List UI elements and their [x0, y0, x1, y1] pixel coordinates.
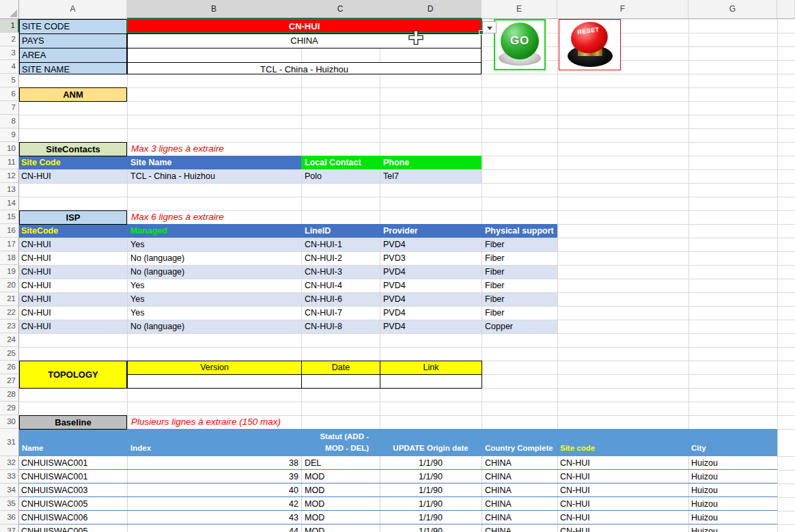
baseline-cell-index[interactable]: 43	[130, 511, 298, 524]
cell-pays-label[interactable]: PAYS	[20, 34, 126, 48]
baseline-cell-index[interactable]: 38	[130, 456, 298, 470]
row-header-4[interactable]: 4	[0, 60, 19, 74]
row-header-12[interactable]: 12	[0, 169, 19, 183]
row-header-13[interactable]: 13	[0, 183, 19, 197]
isp-cell-sitecode[interactable]: CN-HUI	[21, 320, 124, 333]
baseline-cell-index[interactable]: 40	[130, 484, 298, 497]
column-header-partial[interactable]	[777, 0, 795, 19]
row-header-15[interactable]: 15	[0, 210, 19, 224]
baseline-cell-name[interactable]: CNHUISWAC005	[21, 524, 124, 532]
sitecontacts-cell-sitename[interactable]: TCL - China - Huizhou	[130, 169, 300, 183]
baseline-cell-index[interactable]: 42	[130, 497, 298, 511]
cell-anm-label[interactable]: ANM	[19, 87, 127, 102]
row-header-23[interactable]: 23	[0, 320, 19, 333]
isp-cell-sitecode[interactable]: CN-HUI	[21, 265, 124, 279]
baseline-header-city[interactable]: City	[691, 441, 776, 455]
baseline-header-country-complete[interactable]: Country Complete	[485, 441, 556, 455]
row-header-7[interactable]: 7	[0, 101, 19, 115]
baseline-cell-date[interactable]: 1/1/90	[380, 497, 482, 511]
isp-cell-physical-support[interactable]: Fiber	[485, 265, 556, 279]
isp-cell-managed[interactable]: No (language)	[130, 320, 298, 333]
cell-site-name-value[interactable]: TCL - China - Huizhou	[128, 63, 481, 76]
isp-cell-provider[interactable]: PVD4	[383, 306, 479, 320]
select-all-corner[interactable]	[0, 0, 19, 19]
column-header-g[interactable]: G	[688, 0, 777, 19]
row-header-29[interactable]: 29	[0, 402, 19, 415]
isp-cell-sitecode[interactable]: CN-HUI	[21, 238, 124, 251]
isp-cell-lineid[interactable]: CN-HUI-8	[305, 320, 378, 333]
row-header-20[interactable]: 20	[0, 279, 19, 292]
isp-header-sitecode[interactable]: SiteCode	[21, 224, 124, 238]
cell-topology-date-value[interactable]	[301, 374, 380, 389]
isp-cell-managed[interactable]: No (language)	[130, 265, 298, 279]
row-header-28[interactable]: 28	[0, 388, 19, 402]
sitecontacts-header-sitecode[interactable]: Site Code	[21, 156, 124, 169]
isp-cell-lineid[interactable]: CN-HUI-3	[305, 265, 378, 279]
baseline-header-update-origin-date[interactable]: UPDATE Origin date	[380, 441, 482, 455]
cell-topology-label[interactable]: TOPOLOGY	[19, 361, 127, 389]
go-button-image[interactable]: GO	[494, 19, 546, 70]
row-header-16[interactable]: 16	[0, 224, 19, 238]
row-header-17[interactable]: 17	[0, 238, 19, 251]
cell-topology-date-header[interactable]: Date	[301, 361, 380, 375]
baseline-cell-index[interactable]: 39	[130, 470, 298, 484]
row-header-1[interactable]: 1	[0, 19, 19, 33]
baseline-cell-statut[interactable]: MOD	[305, 497, 376, 511]
baseline-cell-name[interactable]: CNHUISWAC001	[21, 456, 124, 470]
row-header-34[interactable]: 34	[0, 484, 19, 497]
baseline-cell-country[interactable]: CHINA	[485, 484, 556, 497]
baseline-cell-name[interactable]: CNHUISWAC006	[21, 511, 124, 524]
row-header-30[interactable]: 30	[0, 415, 19, 429]
baseline-cell-sitecode[interactable]: CN-HUI	[560, 511, 687, 524]
baseline-cell-statut[interactable]: MOD	[305, 470, 376, 484]
baseline-header-site-code[interactable]: Site code	[560, 441, 687, 455]
baseline-cell-country[interactable]: CHINA	[485, 470, 556, 484]
isp-cell-lineid[interactable]: CN-HUI-4	[305, 279, 378, 292]
baseline-cell-statut[interactable]: MOD	[305, 484, 376, 497]
sitecontacts-cell-localcontact[interactable]: Polo	[305, 169, 378, 183]
isp-cell-provider[interactable]: PVD3	[383, 251, 479, 265]
isp-cell-sitecode[interactable]: CN-HUI	[21, 279, 124, 292]
row-header-21[interactable]: 21	[0, 292, 19, 306]
row-header-8[interactable]: 8	[0, 115, 19, 128]
baseline-cell-statut[interactable]: MOD	[305, 524, 376, 532]
row-header-35[interactable]: 35	[0, 497, 19, 511]
row-header-14[interactable]: 14	[0, 197, 19, 210]
row-header-24[interactable]: 24	[0, 333, 19, 347]
sitecontacts-cell-phone[interactable]: Tel7	[383, 169, 479, 183]
isp-cell-managed[interactable]: Yes	[130, 279, 298, 292]
cell-pays-value[interactable]: CHINA	[128, 34, 481, 48]
baseline-cell-sitecode[interactable]: CN-HUI	[560, 524, 687, 532]
baseline-cell-date[interactable]: 1/1/90	[380, 511, 482, 524]
row-header-27[interactable]: 27	[0, 374, 19, 388]
isp-cell-sitecode[interactable]: CN-HUI	[21, 306, 124, 320]
baseline-cell-date[interactable]: 1/1/90	[380, 456, 482, 470]
go-button-icon[interactable]: GO	[501, 23, 539, 59]
row-header-26[interactable]: 26	[0, 361, 19, 374]
reset-button-image[interactable]: RESET	[559, 19, 621, 70]
isp-cell-lineid[interactable]: CN-HUI-7	[305, 306, 378, 320]
baseline-cell-country[interactable]: CHINA	[485, 497, 556, 511]
isp-cell-provider[interactable]: PVD4	[383, 265, 479, 279]
baseline-cell-city[interactable]: Huizou	[691, 497, 776, 511]
sitecontacts-cell-sitecode[interactable]: CN-HUI	[21, 169, 124, 183]
isp-cell-physical-support[interactable]: Fiber	[485, 292, 556, 306]
cell-topology-link-value[interactable]	[380, 374, 482, 389]
column-header-c[interactable]: C	[301, 0, 380, 19]
column-header-f[interactable]: F	[557, 0, 688, 19]
row-header-33[interactable]: 33	[0, 470, 19, 484]
baseline-cell-city[interactable]: Huizou	[691, 511, 776, 524]
isp-cell-provider[interactable]: PVD4	[383, 292, 479, 306]
baseline-cell-city[interactable]: Huizou	[691, 524, 776, 532]
cell-topology-version-header[interactable]: Version	[127, 361, 302, 375]
isp-cell-managed[interactable]: Yes	[130, 306, 298, 320]
isp-header-physical-support[interactable]: Physical support	[485, 224, 556, 238]
cell-area-label[interactable]: AREA	[20, 48, 126, 63]
column-header-b[interactable]: B	[127, 0, 301, 19]
column-header-d[interactable]: D	[380, 0, 482, 19]
isp-cell-lineid[interactable]: CN-HUI-1	[305, 238, 378, 251]
row-header-18[interactable]: 18	[0, 251, 19, 265]
sitecontacts-header-localcontact[interactable]: Local Contact	[305, 156, 381, 169]
baseline-cell-date[interactable]: 1/1/90	[380, 484, 482, 497]
isp-header-lineid[interactable]: LineID	[305, 224, 378, 238]
